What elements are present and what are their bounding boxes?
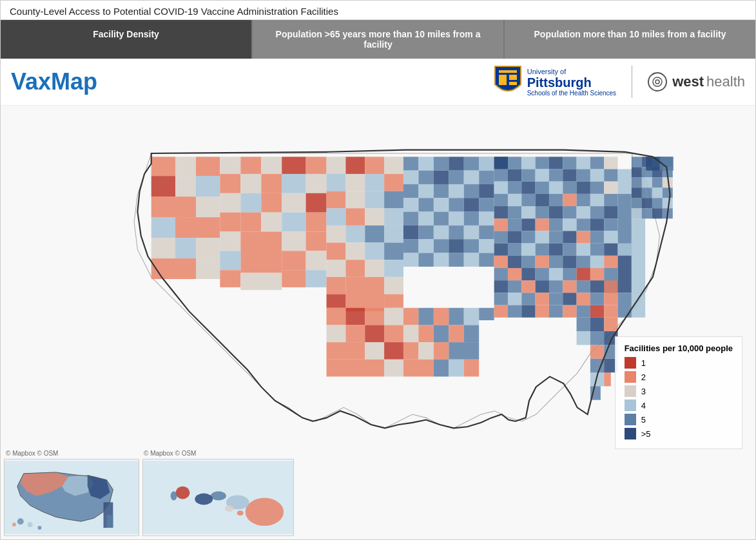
svg-rect-213: [508, 256, 521, 268]
svg-rect-65: [345, 191, 365, 209]
svg-rect-73: [345, 226, 365, 243]
svg-rect-171: [577, 194, 590, 206]
svg-rect-36: [240, 193, 261, 213]
svg-rect-60: [327, 174, 346, 191]
svg-rect-130: [479, 239, 494, 253]
svg-rect-7: [151, 157, 175, 176]
svg-rect-241: [536, 293, 549, 305]
svg-rect-9: [196, 157, 220, 176]
title-text: County-Level Access to Potential COVID-1…: [10, 6, 338, 17]
svg-rect-187: [549, 218, 563, 231]
svg-rect-215: [536, 256, 549, 268]
svg-rect-33: [282, 174, 305, 193]
svg-rect-220: [604, 256, 617, 268]
map-credit-hawaii: © Mapbox © OSM: [144, 450, 196, 457]
svg-rect-304: [632, 188, 642, 198]
svg-rect-120: [418, 226, 433, 239]
svg-rect-1: [499, 75, 507, 85]
svg-rect-45: [220, 231, 240, 251]
svg-rect-89: [403, 157, 418, 170]
svg-rect-265: [464, 325, 479, 342]
svg-rect-290: [632, 218, 645, 318]
svg-rect-269: [403, 342, 418, 360]
westhealth-circle-icon: [652, 76, 663, 88]
svg-rect-285: [563, 305, 576, 318]
svg-rect-27: [261, 157, 282, 174]
svg-rect-115: [434, 212, 449, 226]
svg-rect-114: [418, 212, 433, 226]
svg-rect-230: [494, 280, 508, 293]
page-title: County-Level Access to Potential COVID-1…: [1, 1, 755, 20]
svg-rect-200: [604, 231, 617, 243]
legend-swatch-6: [625, 428, 636, 439]
svg-rect-174: [494, 206, 508, 218]
svg-rect-250: [365, 308, 384, 325]
legend-swatch-1: [625, 357, 636, 369]
tab-pop-all[interactable]: Population more than 10 miles from a fac…: [505, 20, 755, 59]
svg-rect-307: [663, 188, 673, 198]
svg-point-346: [225, 505, 234, 512]
svg-rect-219: [590, 256, 604, 268]
svg-point-336: [28, 522, 33, 527]
svg-rect-54: [282, 270, 305, 287]
svg-rect-144: [590, 157, 604, 169]
svg-rect-35: [220, 193, 240, 213]
svg-rect-216: [549, 256, 563, 268]
svg-rect-198: [577, 231, 590, 243]
svg-rect-231: [508, 280, 521, 293]
svg-rect-52: [220, 270, 240, 287]
svg-rect-106: [479, 184, 494, 198]
svg-rect-30: [220, 174, 240, 193]
svg-rect-46: [240, 231, 282, 273]
svg-rect-121: [434, 226, 449, 239]
svg-rect-119: [403, 226, 418, 239]
svg-rect-320: [604, 318, 617, 331]
svg-rect-68: [327, 208, 346, 226]
svg-point-344: [195, 494, 213, 505]
svg-rect-13: [151, 197, 175, 217]
tab-pop-65[interactable]: Population >65 years more than 10 miles …: [253, 20, 503, 59]
svg-rect-319: [590, 318, 604, 331]
svg-rect-90: [418, 157, 433, 170]
svg-rect-246: [604, 280, 617, 305]
westhealth-icon: [648, 72, 667, 92]
svg-rect-313: [642, 208, 652, 218]
svg-rect-34: [306, 174, 327, 193]
svg-rect-242: [549, 293, 563, 305]
svg-rect-88: [384, 294, 403, 307]
svg-rect-239: [508, 293, 521, 305]
legend-swatch-3: [625, 385, 636, 397]
svg-rect-252: [403, 308, 418, 325]
svg-rect-134: [449, 253, 463, 267]
svg-rect-111: [464, 198, 479, 211]
svg-rect-110: [449, 198, 463, 211]
svg-rect-296: [632, 167, 642, 177]
svg-rect-258: [345, 325, 365, 342]
svg-rect-95: [403, 171, 418, 184]
svg-rect-234: [549, 280, 563, 293]
legend-swatch-5: [625, 414, 636, 425]
page-wrapper: County-Level Access to Potential COVID-1…: [0, 0, 756, 540]
svg-rect-318: [577, 318, 590, 331]
svg-rect-155: [494, 182, 508, 194]
svg-rect-153: [590, 169, 604, 181]
svg-rect-282: [521, 305, 535, 318]
svg-rect-143: [577, 157, 590, 169]
svg-rect-311: [663, 198, 673, 208]
inset-hawaii: [142, 459, 294, 536]
svg-rect-8: [175, 157, 196, 176]
svg-rect-249: [345, 308, 365, 325]
svg-rect-259: [365, 325, 384, 342]
svg-rect-44: [306, 213, 327, 232]
svg-rect-85: [345, 277, 384, 311]
inset-alaska: [4, 459, 139, 536]
svg-rect-107: [403, 198, 418, 211]
svg-rect-218: [577, 256, 590, 268]
svg-rect-204: [536, 244, 549, 256]
svg-point-334: [17, 518, 24, 525]
svg-rect-178: [549, 206, 563, 218]
svg-rect-136: [479, 253, 494, 267]
svg-rect-270: [418, 342, 433, 360]
tab-facility-density[interactable]: Facility Density: [1, 20, 251, 59]
svg-rect-245: [590, 293, 604, 305]
